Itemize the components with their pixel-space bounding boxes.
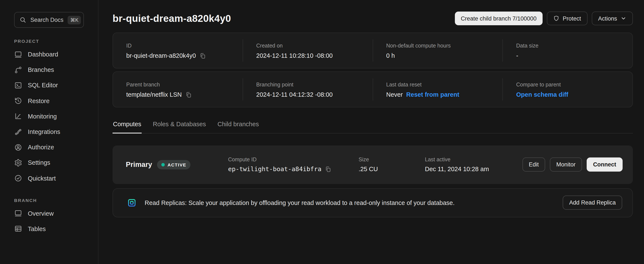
actions-button[interactable]: Actions — [592, 12, 633, 25]
branch-tabs: Computes Roles & Databases Child branche… — [112, 118, 633, 133]
nav-label: Overview — [28, 210, 54, 217]
cell-label: Last data reset — [386, 82, 495, 88]
meta-cell-data-size: Data size - — [502, 39, 633, 62]
cell-label: Created on — [256, 43, 365, 49]
cell-label: ID — [126, 43, 235, 49]
quickstart-check-icon — [14, 174, 22, 182]
cell-label: Last active — [425, 156, 522, 162]
nav-label: Integrations — [28, 128, 60, 135]
sidebar-item-settings[interactable]: Settings — [0, 155, 98, 170]
meta-cell-compare-to-parent: Compare to parent Open schema diff — [502, 78, 633, 100]
search-icon — [20, 17, 26, 23]
reset-from-parent-link[interactable]: Reset from parent — [406, 91, 459, 98]
copy-icon[interactable] — [200, 52, 206, 59]
edit-button[interactable]: Edit — [522, 158, 545, 172]
cell-label: Branching point — [256, 82, 365, 88]
search-shortcut-badge: ⌘K — [68, 16, 81, 24]
tab-computes[interactable]: Computes — [112, 118, 142, 134]
meta-cell-created-on: Created on 2024-12-11 10:28:10 -08:00 — [242, 39, 373, 62]
nav-label: Branches — [28, 66, 54, 74]
connect-button[interactable]: Connect — [587, 158, 622, 172]
create-child-branch-button[interactable]: Create child branch 7/100000 — [455, 12, 542, 25]
sidebar-item-authorize[interactable]: Authorize — [0, 140, 98, 155]
branch-parent-card: Parent branch template/netflix LSN Branc… — [112, 72, 633, 108]
cell-label: Size — [358, 156, 425, 162]
page-title: br-quiet-dream-a820k4y0 — [112, 12, 231, 24]
cell-label: Non-default compute hours — [386, 43, 495, 49]
sidebar-section-branch: BRANCH — [14, 198, 98, 202]
meta-cell-parent-branch: Parent branch template/netflix LSN — [113, 78, 242, 100]
search-docs-button[interactable]: Search Docs ⌘K — [14, 12, 84, 28]
protect-button[interactable]: Protect — [547, 12, 588, 25]
monitor-button[interactable]: Monitor — [550, 158, 582, 172]
branch-meta-card: ID br-quiet-dream-a820k4y0 Created on 20… — [112, 32, 633, 68]
sidebar: Search Docs ⌘K PROJECT Dashboard Branche… — [0, 0, 98, 264]
compute-hours-value: 0 h — [386, 52, 495, 59]
authorize-icon — [14, 143, 22, 151]
copy-icon[interactable] — [325, 166, 332, 172]
cell-value: br-quiet-dream-a820k4y0 — [126, 52, 235, 59]
sidebar-section-project: PROJECT — [14, 38, 98, 44]
sidebar-item-integrations[interactable]: Integrations — [0, 124, 98, 140]
main-content: br-quiet-dream-a820k4y0 Create child bra… — [98, 0, 644, 264]
nav-label: SQL Editor — [28, 82, 58, 89]
nav-label: Restore — [28, 97, 50, 104]
integrations-icon — [14, 128, 22, 136]
search-docs-label: Search Docs — [30, 17, 64, 23]
compute-id-cell: Compute ID ep-twilight-boat-a84ibfra — [228, 156, 358, 172]
branches-icon — [14, 66, 22, 74]
meta-cell-compute-hours: Non-default compute hours 0 h — [372, 39, 502, 62]
cell-value: Open schema diff — [516, 91, 625, 98]
add-read-replica-button[interactable]: Add Read Replica — [563, 196, 622, 210]
cell-label: Parent branch — [126, 82, 235, 88]
sidebar-item-monitoring[interactable]: Monitoring — [0, 109, 98, 124]
branch-id-value: br-quiet-dream-a820k4y0 — [126, 52, 196, 59]
status-badge: ACTIVE — [157, 160, 191, 169]
settings-gear-icon — [14, 159, 22, 167]
parent-branch-value: template/netflix LSN — [126, 91, 182, 98]
nav-label: Authorize — [28, 144, 54, 150]
meta-cell-branching-point: Branching point 2024-12-11 04:12:32 -08:… — [242, 78, 373, 100]
compute-actions: Edit Monitor Connect — [522, 158, 622, 172]
actions-label: Actions — [598, 15, 617, 22]
header-buttons: Create child branch 7/100000 Protect Act… — [455, 12, 633, 25]
created-on-value: 2024-12-11 10:28:10 -08:00 — [256, 52, 365, 59]
last-data-reset-value: Never — [386, 91, 403, 98]
sidebar-item-tables[interactable]: Tables — [0, 221, 98, 236]
open-schema-diff-link[interactable]: Open schema diff — [516, 91, 568, 98]
read-replica-banner: Read Replicas: Scale your application by… — [112, 188, 633, 217]
nav-label: Monitoring — [28, 113, 57, 120]
dashboard-icon — [14, 50, 22, 58]
sql-editor-icon — [14, 81, 22, 90]
cell-value: template/netflix LSN — [126, 91, 235, 98]
cell-label: Compare to parent — [516, 82, 625, 88]
overview-icon — [14, 210, 22, 218]
sidebar-item-quickstart[interactable]: Quickstart — [0, 170, 98, 186]
cpu-chip-icon — [126, 196, 138, 208]
compute-size-value: .25 CU — [358, 166, 425, 172]
sidebar-item-branches[interactable]: Branches — [0, 62, 98, 78]
branching-point-value: 2024-12-11 04:12:32 -08:00 — [256, 91, 365, 98]
tab-child-branches[interactable]: Child branches — [217, 118, 259, 133]
tab-roles-databases[interactable]: Roles & Databases — [152, 118, 206, 133]
project-nav: Dashboard Branches SQL Editor — [0, 47, 98, 186]
primary-compute-row: Primary ACTIVE Compute ID ep-twilight-bo… — [112, 145, 633, 184]
data-size-value: - — [516, 52, 625, 59]
meta-cell-last-data-reset: Last data reset Never Reset from parent — [372, 78, 502, 100]
compute-name-group: Primary ACTIVE — [126, 160, 228, 169]
read-replica-description: Read Replicas: Scale your application by… — [145, 199, 556, 206]
nav-label: Settings — [28, 160, 50, 166]
sidebar-item-sql-editor[interactable]: SQL Editor — [0, 78, 98, 93]
sidebar-item-restore[interactable]: Restore — [0, 93, 98, 108]
compute-last-active-cell: Last active Dec 11, 2024 10:28 am — [425, 156, 522, 172]
last-active-value: Dec 11, 2024 10:28 am — [425, 166, 522, 172]
chevron-down-icon — [620, 16, 626, 22]
sidebar-item-dashboard[interactable]: Dashboard — [0, 47, 98, 62]
active-status-label: ACTIVE — [168, 162, 186, 167]
sidebar-item-overview[interactable]: Overview — [0, 206, 98, 221]
nav-label: Quickstart — [28, 175, 56, 182]
copy-icon[interactable] — [185, 91, 192, 98]
compute-name: Primary — [126, 160, 152, 168]
monitoring-icon — [14, 112, 22, 120]
shield-icon — [553, 16, 559, 22]
